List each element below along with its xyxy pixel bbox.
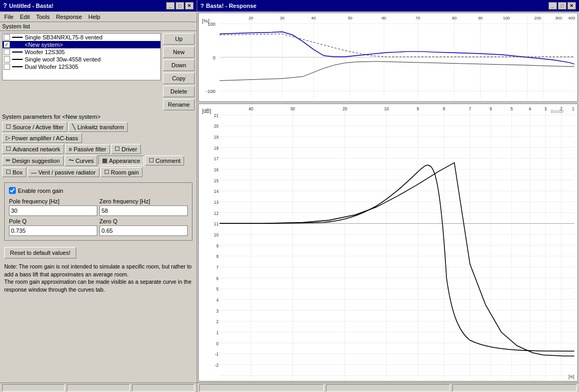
system-list-buttons: Up New Down Copy Delete Rename xyxy=(163,33,195,110)
right-status-bar xyxy=(197,383,579,392)
svg-text:-1: -1 xyxy=(215,352,219,357)
pole-freq-group: Pole frequency [Hz] xyxy=(9,198,97,216)
right-status-2 xyxy=(326,384,451,391)
status-bar xyxy=(0,383,197,392)
tab-linkwitz[interactable]: ╲ Linkwitz transform xyxy=(68,122,128,132)
up-button[interactable]: Up xyxy=(163,33,195,45)
svg-text:0: 0 xyxy=(216,342,219,346)
svg-text:5: 5 xyxy=(216,287,219,292)
minimize-button[interactable]: _ xyxy=(166,2,175,9)
svg-text:10: 10 xyxy=(214,233,219,238)
enable-room-gain-checkbox[interactable] xyxy=(9,187,16,194)
new-button[interactable]: New xyxy=(163,46,195,58)
room-gain-icon: ☐ xyxy=(104,169,109,176)
svg-text:5: 5 xyxy=(511,107,513,111)
tab-source-active-filter[interactable]: ☐ Source / Active filter xyxy=(2,122,67,132)
maximize-button[interactable]: □ xyxy=(176,2,184,9)
menu-response[interactable]: Response xyxy=(53,13,85,21)
sys-params-label: System parameters for <New system> xyxy=(0,112,197,121)
svg-text:30: 30 xyxy=(280,16,285,20)
system-checkbox-0[interactable] xyxy=(4,34,10,40)
svg-text:20: 20 xyxy=(342,107,347,111)
svg-text:9: 9 xyxy=(417,107,419,111)
rename-button[interactable]: Rename xyxy=(163,99,195,110)
svg-text:15: 15 xyxy=(214,179,219,183)
list-item[interactable]: Woofer 12S305 xyxy=(3,48,160,56)
line-preview-0 xyxy=(12,37,23,38)
list-item[interactable]: <New system> xyxy=(3,41,160,48)
menu-file[interactable]: File xyxy=(1,13,17,21)
right-title-bar: ? Basta! - Response _ □ ✕ xyxy=(197,0,579,12)
svg-text:14: 14 xyxy=(214,189,219,194)
left-window-title: Untitled - Basta! xyxy=(9,3,53,9)
tab-curves[interactable]: 〜 Curves xyxy=(65,155,98,166)
pole-freq-input[interactable] xyxy=(9,205,97,216)
svg-text:6: 6 xyxy=(216,276,219,281)
tab-room-gain[interactable]: ☐ Room gain xyxy=(100,167,143,177)
tab-box[interactable]: ☐ Box xyxy=(2,167,26,177)
right-maximize-button[interactable]: □ xyxy=(558,2,566,9)
tab-advanced-network[interactable]: ☐ Advanced network xyxy=(2,144,64,154)
svg-text:200: 200 xyxy=(534,16,542,20)
line-preview-4 xyxy=(12,66,23,67)
zero-q-input[interactable] xyxy=(99,225,188,236)
filter-icon: ≡ xyxy=(69,146,72,152)
tab-power-amp[interactable]: ▷ Power amplifier / AC-bass xyxy=(2,133,82,143)
right-status-1 xyxy=(199,384,324,391)
pole-q-label: Pole Q xyxy=(9,218,97,224)
menu-tools[interactable]: Tools xyxy=(33,13,53,21)
svg-text:20: 20 xyxy=(214,124,219,129)
enable-room-gain-row: Enable room gain xyxy=(9,187,188,194)
svg-text:[m]: [m] xyxy=(568,375,574,379)
system-list[interactable]: Single SB34NRXL75-8 vented <New system> … xyxy=(2,33,161,80)
down-button[interactable]: Down xyxy=(163,59,195,71)
left-panel: ? Untitled - Basta! _ □ ✕ File Edit Tool… xyxy=(0,0,197,392)
diag-icon: ╲ xyxy=(72,123,76,130)
tab-appearance[interactable]: ▦ Appearance xyxy=(98,156,144,166)
tabs-area: ☐ Source / Active filter ╲ Linkwitz tran… xyxy=(0,121,197,178)
svg-text:13: 13 xyxy=(214,200,219,205)
menu-help[interactable]: Help xyxy=(85,13,104,21)
delete-button[interactable]: Delete xyxy=(163,86,195,97)
line-preview-3 xyxy=(12,59,23,60)
list-item[interactable]: Dual Woofer 12S305 xyxy=(3,63,160,70)
reset-button[interactable]: Reset to default values! xyxy=(4,247,76,259)
system-checkbox-1[interactable] xyxy=(4,42,10,48)
tab-design-suggestion[interactable]: ✏ Design suggestion xyxy=(2,156,64,166)
tab-driver[interactable]: ☐ Driver xyxy=(111,144,140,154)
zero-freq-input[interactable] xyxy=(99,205,188,216)
tab-vent[interactable]: — Vent / passive radiator xyxy=(27,168,99,177)
system-checkbox-2[interactable] xyxy=(4,49,10,55)
svg-text:7: 7 xyxy=(216,265,219,270)
svg-text:50: 50 xyxy=(348,16,352,20)
svg-text:30: 30 xyxy=(290,107,295,111)
tab-passive-filter[interactable]: ≡ Passive filter xyxy=(65,145,110,154)
menu-edit[interactable]: Edit xyxy=(17,13,33,21)
appearance-icon: ▦ xyxy=(102,157,107,164)
svg-text:90: 90 xyxy=(478,16,483,20)
zero-q-group: Zero Q xyxy=(99,218,188,236)
list-item[interactable]: Single woof 30w-4558 vented xyxy=(3,56,160,63)
svg-text:20: 20 xyxy=(249,16,253,20)
left-title-bar: ? Untitled - Basta! _ □ ✕ xyxy=(0,0,197,12)
zero-freq-group: Zero frequency [Hz] xyxy=(99,198,188,216)
system-checkbox-3[interactable] xyxy=(4,56,10,63)
list-item[interactable]: Single SB34NRXL75-8 vented xyxy=(3,34,160,41)
right-status-3 xyxy=(452,384,577,391)
app-icon: ? xyxy=(3,2,7,9)
close-button[interactable]: ✕ xyxy=(185,2,194,9)
tab-comment[interactable]: ☐ Comment xyxy=(145,156,185,166)
play-icon: ▷ xyxy=(6,135,10,141)
right-close-button[interactable]: ✕ xyxy=(567,2,576,9)
svg-text:6: 6 xyxy=(490,107,492,111)
driver-icon: ☐ xyxy=(115,146,120,152)
svg-text:60: 60 xyxy=(382,16,387,20)
system-checkbox-4[interactable] xyxy=(4,64,10,70)
pole-q-group: Pole Q xyxy=(9,218,97,236)
pole-freq-label: Pole frequency [Hz] xyxy=(9,198,97,204)
right-minimize-button[interactable]: _ xyxy=(548,2,557,9)
svg-text:300: 300 xyxy=(555,16,563,20)
room-gain-group: Enable room gain Pole frequency [Hz] Zer… xyxy=(4,182,192,241)
pole-q-input[interactable] xyxy=(9,225,97,236)
copy-button[interactable]: Copy xyxy=(163,73,195,84)
